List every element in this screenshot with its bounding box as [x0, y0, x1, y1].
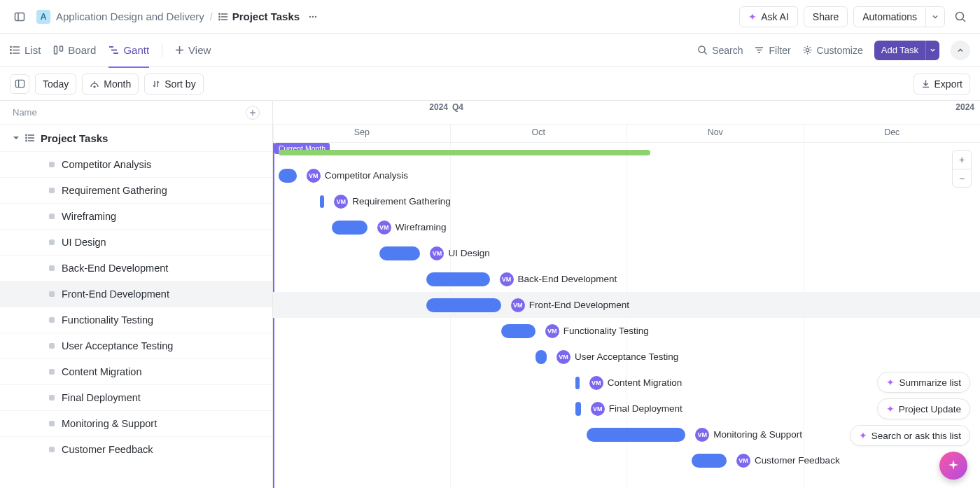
global-search-icon[interactable]: [951, 7, 970, 27]
task-bar[interactable]: [692, 454, 727, 468]
task-bar[interactable]: [426, 272, 490, 286]
svg-point-31: [806, 48, 808, 51]
task-bar[interactable]: [501, 324, 536, 338]
task-row[interactable]: Requirement Gathering: [0, 177, 272, 203]
quarter-label: Q4: [452, 102, 463, 112]
svg-point-10: [315, 15, 316, 17]
task-bar[interactable]: [426, 298, 501, 312]
assignee-avatar[interactable]: VM: [545, 324, 559, 338]
search-label: Search: [712, 45, 743, 56]
task-name: Content Migration: [62, 366, 141, 377]
assignee-avatar[interactable]: VM: [430, 246, 444, 260]
customize-button[interactable]: Customize: [802, 45, 863, 56]
sparkle-icon: ✦: [886, 403, 895, 414]
view-separator: [162, 43, 162, 57]
status-dot: [49, 265, 55, 271]
group-summary-bar[interactable]: [279, 150, 650, 155]
collapse-icon[interactable]: [951, 41, 970, 60]
task-name: Requirement Gathering: [62, 185, 167, 196]
assignee-avatar[interactable]: VM: [500, 272, 514, 286]
sparkle-icon: ✦: [886, 377, 895, 388]
assignee-avatar[interactable]: VM: [736, 454, 750, 468]
task-name: Monitoring & Support: [62, 418, 157, 429]
svg-point-8: [309, 15, 311, 17]
task-row[interactable]: User Acceptance Testing: [0, 333, 272, 358]
topbar: A Application Design and Delivery / Proj…: [0, 0, 980, 34]
ask-ai-label: Ask AI: [761, 11, 789, 22]
assignee-avatar[interactable]: VM: [591, 402, 605, 416]
tab-list[interactable]: List: [10, 34, 41, 67]
automations-button[interactable]: Automations: [853, 6, 925, 27]
assignee-avatar[interactable]: VM: [334, 195, 348, 209]
task-row[interactable]: Wireframing: [0, 203, 272, 229]
task-row[interactable]: Customer Feedback: [0, 436, 272, 462]
export-button[interactable]: Export: [913, 74, 970, 95]
sidebar-toggle-icon[interactable]: [10, 7, 29, 27]
tab-board[interactable]: Board: [53, 34, 96, 67]
zoom-out-button[interactable]: −: [953, 169, 971, 187]
add-task-button[interactable]: Add Task: [874, 41, 925, 60]
ask-ai-button[interactable]: ✦ Ask AI: [739, 6, 798, 27]
task-bar[interactable]: [575, 377, 580, 389]
add-column-button[interactable]: [246, 106, 260, 120]
name-column-header: Name: [13, 107, 37, 118]
project-update-chip[interactable]: ✦Project Update: [877, 398, 970, 419]
summarize-chip[interactable]: ✦Summarize list: [877, 372, 970, 393]
assignee-avatar[interactable]: VM: [511, 298, 525, 312]
task-row[interactable]: Functionality Testing: [0, 307, 272, 333]
assignee-avatar[interactable]: VM: [556, 350, 570, 364]
task-row[interactable]: Competitor Analysis: [0, 151, 272, 177]
tab-board-label: Board: [68, 44, 96, 56]
task-name: Back-End Development: [62, 263, 168, 274]
breadcrumb-page[interactable]: Project Tasks: [218, 11, 300, 22]
task-bar-label: Functionality Testing: [564, 326, 649, 336]
timescale-button[interactable]: Month: [82, 74, 139, 95]
status-dot: [49, 162, 55, 167]
year-right: 2024: [955, 102, 974, 112]
task-bar[interactable]: [575, 402, 581, 416]
filter-button[interactable]: Filter: [754, 45, 790, 56]
search-button[interactable]: Search: [697, 45, 743, 56]
status-dot: [49, 214, 55, 219]
ai-fab-button[interactable]: [939, 452, 967, 480]
automations-caret[interactable]: [925, 6, 945, 27]
task-bar[interactable]: [332, 221, 368, 235]
breadcrumb-workspace[interactable]: Application Design and Delivery: [56, 11, 204, 22]
task-row[interactable]: Content Migration: [0, 358, 272, 384]
assignee-avatar[interactable]: VM: [307, 169, 321, 183]
task-bar[interactable]: [379, 246, 421, 260]
group-header[interactable]: Project Tasks: [0, 125, 272, 151]
status-dot: [49, 369, 55, 375]
group-title: Project Tasks: [41, 132, 108, 144]
assignee-avatar[interactable]: VM: [589, 376, 603, 390]
task-row[interactable]: Front-End Development: [0, 281, 272, 307]
breadcrumb-separator: /: [210, 11, 213, 22]
search-list-chip[interactable]: ✦Search or ask this list: [850, 425, 970, 446]
sort-button[interactable]: Sort by: [144, 74, 203, 95]
more-icon[interactable]: [305, 9, 321, 25]
panel-toggle-icon[interactable]: [10, 74, 29, 94]
task-bar[interactable]: [320, 195, 324, 208]
project-update-label: Project Update: [899, 404, 961, 414]
sort-label: Sort by: [164, 78, 195, 90]
add-view-button[interactable]: View: [175, 34, 211, 67]
task-bar[interactable]: [279, 169, 296, 183]
task-row[interactable]: Final Deployment: [0, 384, 272, 410]
svg-point-26: [699, 46, 705, 53]
assignee-avatar[interactable]: VM: [695, 428, 709, 442]
task-name: UI Design: [62, 237, 106, 248]
workspace-badge[interactable]: A: [36, 10, 50, 24]
assignee-avatar[interactable]: VM: [377, 221, 391, 235]
task-row[interactable]: Monitoring & Support: [0, 410, 272, 436]
add-task-caret[interactable]: [925, 41, 939, 60]
calendar-zoom-icon: [90, 79, 99, 89]
tab-gantt[interactable]: Gantt: [108, 34, 149, 67]
task-bar-label: Competitor Analysis: [325, 170, 408, 181]
share-button[interactable]: Share: [804, 6, 848, 27]
task-row[interactable]: Back-End Development: [0, 255, 272, 281]
task-bar[interactable]: [587, 428, 685, 442]
today-button[interactable]: Today: [35, 74, 76, 95]
zoom-in-button[interactable]: +: [953, 151, 971, 169]
task-row[interactable]: UI Design: [0, 229, 272, 255]
task-bar[interactable]: [536, 350, 547, 364]
